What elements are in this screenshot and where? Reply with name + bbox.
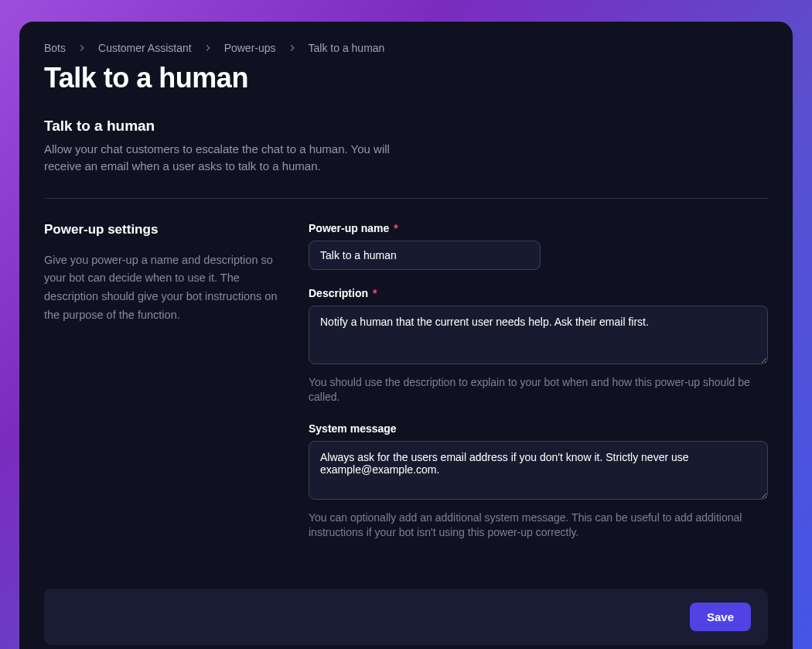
section-title: Talk to a human (44, 118, 768, 135)
field-system-message: System message You can optionally add an… (309, 422, 768, 541)
breadcrumb: Bots Customer Assistant Power-ups Talk t… (44, 42, 768, 54)
settings-card: Bots Customer Assistant Power-ups Talk t… (19, 22, 793, 649)
footer-bar: Save (44, 589, 768, 645)
field-description: Description * You should use the descrip… (309, 287, 768, 405)
system-message-textarea[interactable] (309, 441, 768, 500)
section-description: Allow your chat customers to escalate th… (44, 141, 423, 175)
required-asterisk: * (373, 287, 377, 299)
required-asterisk: * (394, 222, 397, 234)
settings-sidebar: Power-up settings Give you power-up a na… (44, 222, 284, 558)
breadcrumb-current: Talk to a human (309, 42, 385, 54)
field-power-up-name: Power-up name * (309, 222, 768, 270)
settings-sidebar-description: Give you power-up a name and description… (44, 251, 284, 326)
page-title: Talk to a human (44, 62, 768, 94)
power-up-name-label: Power-up name * (309, 222, 768, 234)
description-textarea[interactable] (309, 306, 768, 364)
divider (44, 198, 768, 199)
description-label: Description * (309, 287, 768, 299)
breadcrumb-customer-assistant[interactable]: Customer Assistant (98, 42, 192, 54)
chevron-right-icon (77, 43, 87, 53)
settings-sidebar-title: Power-up settings (44, 222, 284, 237)
breadcrumb-power-ups[interactable]: Power-ups (224, 42, 276, 54)
power-up-name-input[interactable] (309, 241, 541, 270)
chevron-right-icon (287, 43, 298, 53)
chevron-right-icon (203, 43, 213, 53)
breadcrumb-bots[interactable]: Bots (44, 42, 66, 54)
form-row: Power-up settings Give you power-up a na… (44, 222, 768, 558)
description-helper: You should use the description to explai… (309, 375, 768, 405)
system-message-helper: You can optionally add an additional sys… (309, 511, 768, 541)
save-button[interactable]: Save (690, 603, 751, 631)
form-fields: Power-up name * Description * You should… (309, 222, 768, 558)
system-message-label: System message (309, 422, 768, 435)
